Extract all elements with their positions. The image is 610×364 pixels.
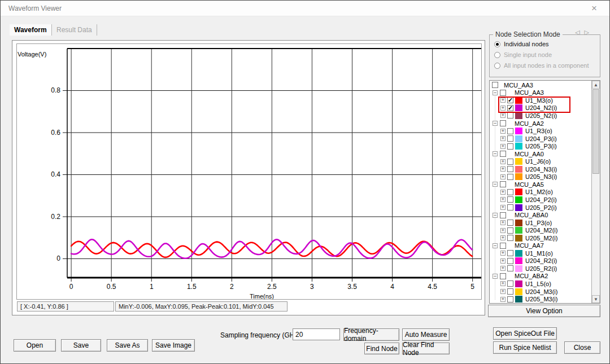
waveform-plot[interactable]: 00.20.40.60.800.511.522.533.544.55Time(n… bbox=[17, 44, 481, 299]
node-label[interactable]: MCU_AA0 bbox=[515, 151, 544, 157]
expand-icon[interactable]: + bbox=[500, 190, 506, 195]
open-button[interactable]: Open bbox=[14, 339, 56, 352]
tree-node-row[interactable]: +U205_M3(i) bbox=[490, 295, 591, 303]
node-label[interactable]: U204_P2(i) bbox=[525, 196, 557, 203]
expand-icon[interactable]: + bbox=[500, 228, 506, 233]
node-label[interactable]: U1_L5(o) bbox=[525, 280, 551, 287]
node-label[interactable]: MCU_AA3 bbox=[504, 82, 533, 89]
tab-result-data[interactable]: Result Data bbox=[52, 24, 97, 36]
node-label[interactable]: U204_N2(i) bbox=[525, 104, 557, 111]
save-image-button[interactable]: Save Image bbox=[152, 339, 195, 352]
node-label[interactable]: U1_M3(o) bbox=[525, 97, 553, 104]
expand-icon[interactable]: + bbox=[500, 251, 506, 256]
node-checkbox[interactable] bbox=[507, 288, 513, 295]
expand-icon[interactable]: + bbox=[500, 297, 506, 302]
node-label[interactable]: U1_M1(o) bbox=[525, 250, 553, 257]
radio-button-icon[interactable] bbox=[494, 41, 500, 47]
auto-measure-button[interactable]: Auto Measure bbox=[402, 328, 450, 341]
node-checkbox[interactable] bbox=[507, 112, 513, 119]
node-checkbox[interactable] bbox=[507, 235, 513, 241]
node-checkbox[interactable] bbox=[507, 135, 513, 142]
node-checkbox[interactable] bbox=[507, 189, 513, 195]
tree-node-row[interactable]: +U204_M2(i) bbox=[490, 226, 591, 234]
node-checkbox[interactable] bbox=[507, 258, 513, 264]
expand-icon[interactable]: + bbox=[500, 159, 506, 164]
tree-node-row[interactable]: +U1_M3(o) bbox=[490, 97, 591, 104]
node-checkbox[interactable] bbox=[492, 82, 498, 88]
view-option-button[interactable]: View Option bbox=[488, 305, 600, 317]
node-checkbox[interactable] bbox=[507, 250, 513, 256]
clear-find-node-button[interactable]: Clear Find Node bbox=[402, 343, 450, 354]
node-label[interactable]: U204_P3(i) bbox=[525, 135, 557, 142]
node-checkbox[interactable] bbox=[507, 97, 513, 103]
save-as-button[interactable]: Save As bbox=[107, 339, 148, 352]
collapse-icon[interactable]: − bbox=[493, 90, 498, 95]
scroll-down-icon[interactable]: ▼ bbox=[592, 295, 600, 303]
node-label[interactable]: U1_R3(o) bbox=[525, 128, 552, 134]
node-label[interactable]: U205_P3(i) bbox=[525, 143, 557, 150]
tree-node-row[interactable]: +U204_P3(i) bbox=[490, 135, 591, 143]
tab-waveform[interactable]: Waveform bbox=[10, 24, 52, 36]
tree-node-row[interactable]: +U205_P2(i) bbox=[490, 204, 591, 212]
plot-panel[interactable]: 00.20.40.60.800.511.522.533.544.55Time(n… bbox=[16, 43, 482, 300]
tree-group-row[interactable]: −MCU_AA2 bbox=[490, 120, 591, 128]
node-checkbox[interactable] bbox=[500, 90, 506, 96]
node-label[interactable]: U1_M2(o) bbox=[525, 188, 553, 195]
expand-icon[interactable]: + bbox=[500, 258, 506, 264]
node-checkbox[interactable] bbox=[507, 204, 513, 210]
radio-individual-nodes[interactable]: Individual nodes bbox=[494, 40, 549, 48]
collapse-icon[interactable]: − bbox=[493, 274, 498, 279]
expand-icon[interactable]: + bbox=[500, 197, 506, 202]
node-checkbox[interactable] bbox=[507, 166, 513, 172]
tree-group-row[interactable]: −MCU_ABA2 bbox=[490, 273, 591, 280]
tree-node-row[interactable]: +U1_P3(o) bbox=[490, 219, 591, 227]
tree-group-row[interactable]: −MCU_AA0 bbox=[490, 150, 591, 158]
tree-node-row[interactable]: +U205_N2(i) bbox=[490, 112, 591, 120]
tree-group-row[interactable]: −MCU_ABA0 bbox=[490, 211, 591, 219]
close-button[interactable]: Close bbox=[564, 341, 600, 354]
collapse-icon[interactable]: − bbox=[493, 182, 498, 187]
expand-icon[interactable]: + bbox=[500, 98, 506, 103]
node-checkbox[interactable] bbox=[500, 243, 506, 249]
tree-node-row[interactable]: +U205_M2(i) bbox=[490, 234, 591, 242]
tree-node-row[interactable]: +U204_R2(i) bbox=[490, 257, 591, 265]
tree-node-row[interactable]: +U205_N3(i) bbox=[490, 173, 591, 181]
expand-icon[interactable]: + bbox=[500, 281, 506, 286]
node-checkbox[interactable] bbox=[500, 151, 506, 157]
tree-node-row[interactable]: +U1_M1(o) bbox=[490, 249, 591, 257]
node-label[interactable]: MCU_AA2 bbox=[515, 120, 544, 127]
expand-icon[interactable]: + bbox=[500, 144, 506, 149]
sampling-frequency-input[interactable] bbox=[293, 328, 340, 340]
node-label[interactable]: U204_R2(i) bbox=[525, 257, 557, 264]
node-label[interactable]: MCU_ABA2 bbox=[515, 273, 548, 279]
node-checkbox[interactable] bbox=[507, 280, 513, 287]
node-tree[interactable]: MCU_AA3−MCU_AA3+U1_M3(o)+U204_N2(i)+U205… bbox=[489, 80, 600, 304]
expand-icon[interactable]: + bbox=[500, 220, 506, 225]
open-spiceout-file-button[interactable]: Open SpiceOut File bbox=[493, 327, 557, 340]
save-button[interactable]: Save bbox=[61, 339, 101, 352]
node-checkbox[interactable] bbox=[507, 296, 513, 302]
tree-node-row[interactable]: +U204_N3(i) bbox=[490, 165, 591, 173]
close-icon[interactable]: × bbox=[591, 3, 597, 14]
scrollbar-thumb[interactable] bbox=[592, 89, 599, 174]
expand-icon[interactable]: + bbox=[500, 289, 506, 294]
expand-icon[interactable]: + bbox=[500, 174, 506, 179]
tree-group-row[interactable]: MCU_AA3 bbox=[490, 81, 591, 89]
node-label[interactable]: U205_R2(i) bbox=[525, 265, 557, 272]
scroll-up-icon[interactable]: ▲ bbox=[592, 81, 600, 89]
tree-node-row[interactable]: +U1_R3(o) bbox=[490, 127, 591, 135]
node-checkbox[interactable] bbox=[507, 159, 513, 165]
node-label[interactable]: U205_M2(i) bbox=[525, 235, 557, 242]
node-checkbox[interactable] bbox=[507, 265, 513, 271]
node-checkbox[interactable] bbox=[500, 120, 506, 126]
tree-node-row[interactable]: +U205_R2(i) bbox=[490, 265, 591, 273]
tree-node-row[interactable]: +U204_P2(i) bbox=[490, 196, 591, 204]
node-checkbox[interactable] bbox=[507, 105, 513, 111]
node-label[interactable]: U205_P2(i) bbox=[525, 204, 557, 211]
tree-node-row[interactable]: +U1_J6(o) bbox=[490, 157, 591, 165]
node-label[interactable]: U1_J6(o) bbox=[525, 158, 551, 165]
node-label[interactable]: U205_M3(i) bbox=[525, 296, 557, 302]
collapse-icon[interactable]: − bbox=[493, 213, 498, 218]
tree-node-row[interactable]: +U205_P3(i) bbox=[490, 142, 591, 150]
expand-icon[interactable]: + bbox=[500, 113, 506, 118]
